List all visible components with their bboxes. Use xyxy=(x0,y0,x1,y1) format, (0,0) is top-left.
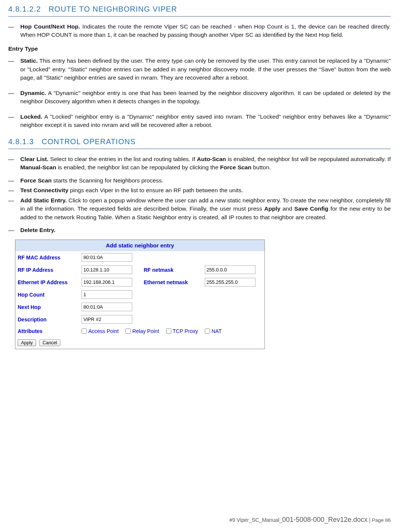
section-title: CONTROL OPERATIONS xyxy=(42,137,136,146)
item-text: This entry has been defined by the user.… xyxy=(20,57,391,81)
item-text: and xyxy=(280,205,294,212)
access-point-label: Access Point xyxy=(88,327,119,335)
rf-netmask-label: RF netmask xyxy=(142,264,203,276)
cancel-button[interactable]: Cancel xyxy=(39,339,60,346)
eth-netmask-label: Ethernet netmask xyxy=(142,276,203,288)
item-text: is enabled, the neighbor list will be re… xyxy=(226,156,391,162)
list-item: Locked. A "Locked" neighbor entry is a "… xyxy=(8,113,391,130)
item-label: Clear List. xyxy=(20,156,48,162)
footer-sep: | xyxy=(367,517,372,523)
description-label: Description xyxy=(15,313,79,326)
hop-count-label: Hop Count xyxy=(15,288,79,301)
nat-option[interactable]: NAT xyxy=(205,327,222,335)
item-label: Test Connectivity xyxy=(20,187,68,193)
item-bold: Save Config xyxy=(294,205,328,212)
relay-point-option[interactable]: Relay Point xyxy=(125,327,159,335)
rf-ip-input[interactable] xyxy=(82,265,132,274)
item-label: Add Static Entry. xyxy=(20,197,67,203)
list-item: Clear List. Select to clear the entries … xyxy=(8,155,391,172)
list-item: Delete Entry. xyxy=(8,226,391,234)
item-label: Hop Count/Next Hop. xyxy=(20,23,80,30)
nat-label: NAT xyxy=(212,327,222,335)
item-bold: Auto-Scan xyxy=(197,156,226,162)
next-hop-label: Next Hop xyxy=(15,301,79,313)
rf-ip-label: RF IP Address xyxy=(15,264,79,276)
hop-count-input[interactable] xyxy=(82,290,132,299)
relay-point-checkbox[interactable] xyxy=(125,329,131,334)
item-text: A "Dynamic" neighbor entry is one that h… xyxy=(20,90,391,104)
tcp-proxy-checkbox[interactable] xyxy=(166,329,171,334)
dialog-title: Add static neighbor entry xyxy=(15,240,264,251)
tcp-proxy-label: TCP Proxy xyxy=(173,327,198,335)
list-item: Force Scan starts the Scanning for Neigh… xyxy=(8,176,391,185)
section-title: ROUTE TO NEIGHBORING VIPER xyxy=(48,5,177,13)
item-text: starts the Scanning for Neighbors proces… xyxy=(52,177,163,184)
access-point-checkbox[interactable] xyxy=(82,329,87,334)
section-heading-4-8-1-2-2: 4.8.1.2.2 ROUTE TO NEIGHBORING VIPER xyxy=(8,4,391,17)
section-heading-4-8-1-3: 4.8.1.3 CONTROL OPERATIONS xyxy=(8,136,391,149)
item-bold: Apply xyxy=(264,205,280,212)
section-number: 4.8.1.2.2 xyxy=(8,5,41,13)
item-bold: Manual-Scan xyxy=(20,164,56,170)
page-footer: #9 Viper_SC_Manual_001-5008-000_Rev12e.d… xyxy=(229,515,391,524)
rf-mac-label: RF MAC Address xyxy=(15,251,79,264)
item-label: Dynamic. xyxy=(20,90,46,96)
access-point-option[interactable]: Access Point xyxy=(82,327,119,335)
relay-point-label: Relay Point xyxy=(132,327,159,335)
rf-mac-input[interactable] xyxy=(82,253,132,262)
next-hop-input[interactable] xyxy=(82,303,132,311)
item-text: pings each Viper in the list to ensure a… xyxy=(68,187,243,193)
list-item: Static. This entry has been defined by t… xyxy=(8,57,391,82)
eth-ip-input[interactable] xyxy=(82,278,132,286)
eth-netmask-input[interactable] xyxy=(205,278,255,286)
section-number: 4.8.1.3 xyxy=(8,137,34,146)
add-static-neighbor-dialog: Add static neighbor entry RF MAC Address… xyxy=(15,240,265,349)
eth-ip-label: Ethernet IP Address xyxy=(15,276,79,288)
attributes-label: Attributes xyxy=(15,326,79,337)
list-item: Hop Count/Next Hop. Indicates the route … xyxy=(8,23,391,39)
entry-type-label: Entry Type xyxy=(8,45,391,53)
item-text: is enabled, the neighbor list can be rep… xyxy=(56,164,220,170)
footer-prefix: #9 Viper_SC_Manual_ xyxy=(229,517,282,523)
nat-checkbox[interactable] xyxy=(205,329,210,334)
attributes-line: Access Point Relay Point TCP Proxy NAT xyxy=(82,327,262,335)
item-label: Static. xyxy=(20,57,38,64)
description-input[interactable] xyxy=(82,315,132,324)
rf-netmask-input[interactable] xyxy=(205,265,255,274)
item-text: button. xyxy=(251,164,271,170)
list-item: Dynamic. A "Dynamic" neighbor entry is o… xyxy=(8,89,391,106)
item-label: Locked. xyxy=(20,113,42,120)
item-label: Delete Entry. xyxy=(20,227,56,233)
footer-page: Page 86 xyxy=(372,517,391,523)
item-text: A "Locked" neighbor entry is a "Dynamic"… xyxy=(20,113,391,128)
item-text: Select to clear the entries in the list … xyxy=(50,156,197,162)
list-item: Test Connectivity pings each Viper in th… xyxy=(8,186,391,194)
item-bold: Force Scan xyxy=(220,164,252,170)
tcp-proxy-option[interactable]: TCP Proxy xyxy=(166,327,198,335)
footer-filename: 001-5008-000_Rev12e.docx xyxy=(282,516,367,523)
list-item: Add Static Entry. Click to open a popup … xyxy=(8,196,391,222)
apply-button[interactable]: Apply xyxy=(18,339,36,346)
item-label: Force Scan xyxy=(20,177,52,184)
